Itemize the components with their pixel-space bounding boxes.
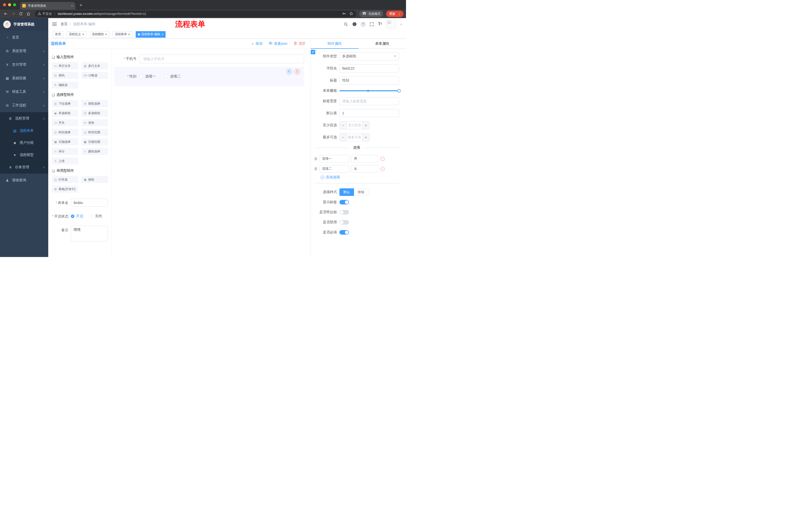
chrome-update-button[interactable]: 更新 ⋮ — [386, 10, 404, 17]
tab-form-props[interactable]: 表单属性 — [358, 39, 406, 49]
style-button-button[interactable]: 按钮 — [354, 188, 368, 196]
sidebar-item-process-model[interactable]: ➤ 流程模型 — [0, 149, 48, 161]
plus-button[interactable]: + — [362, 134, 369, 141]
option-name-input[interactable] — [320, 155, 349, 162]
sidebar-item-home[interactable]: ◔ 首页 — [0, 31, 48, 44]
option-value-input[interactable] — [351, 155, 378, 162]
show-label-toggle[interactable] — [340, 200, 349, 205]
field-gender-selected[interactable]: *性别 选项一 选项二 — [114, 67, 304, 86]
palette-item-date-range[interactable]: ▩日期范围 — [81, 138, 108, 145]
palette-item-row-container[interactable]: ◫行容器 — [52, 176, 78, 183]
component-type-value[interactable] — [340, 52, 399, 60]
palette-item-password[interactable]: ⊡密码 — [52, 72, 78, 79]
tag-process-model[interactable]: 流程模型 × — [90, 31, 110, 38]
home-icon[interactable] — [25, 10, 32, 17]
sidebar-item-system[interactable]: ⚙ 系统管理 ∨ — [0, 44, 48, 58]
hamburger-icon[interactable] — [52, 22, 57, 26]
sidebar-item-user-group[interactable]: ☻ 用户分组 — [0, 137, 48, 149]
help-icon[interactable]: ? — [361, 22, 365, 26]
radio-closed[interactable]: 关闭 — [90, 214, 102, 218]
required-toggle[interactable] — [340, 230, 349, 235]
palette-item-time-range[interactable]: ◶时间范围 — [81, 129, 108, 136]
palette-item-table[interactable]: ⊞表格[开发中] — [52, 186, 78, 193]
minus-button[interactable]: − — [340, 121, 347, 129]
reload-icon[interactable] — [18, 10, 24, 17]
default-value-input[interactable] — [340, 109, 399, 117]
palette-item-color-picker[interactable]: ◐颜色选择 — [81, 148, 108, 155]
grid-slider[interactable] — [340, 90, 399, 91]
min-select-placeholder[interactable]: 至少应选 — [347, 121, 362, 129]
palette-item-single-text[interactable]: ▭单行文本 — [52, 62, 78, 70]
sidebar-item-workflow[interactable]: ⧉ 工作流程 ∧ — [0, 99, 48, 112]
address-bar[interactable]: 不安全 dashboard.yudao.iocoder.cn/bpm/manag… — [35, 10, 356, 17]
tab-close-icon[interactable]: × — [71, 4, 73, 8]
palette-item-radio-group[interactable]: ◉单选框组 — [52, 110, 78, 117]
palette-item-slider[interactable]: ⊷滑块 — [81, 119, 108, 126]
palette-item-dropdown[interactable]: ◎下拉选择 — [52, 100, 78, 107]
palette-item-checkbox-group[interactable]: ☑多选框组 — [81, 110, 108, 117]
sidebar-item-task-mgmt[interactable]: ⋔ 任务管理 ∨ — [0, 161, 48, 173]
font-size-icon[interactable]: TT — [378, 22, 382, 26]
style-default-button[interactable]: 默认 — [340, 188, 354, 196]
avatar-caret-icon[interactable]: ∨ — [400, 23, 402, 26]
palette-item-upload[interactable]: ⇧上传 — [52, 157, 78, 164]
new-tab-button[interactable]: + — [77, 2, 84, 9]
search-icon[interactable] — [344, 22, 348, 26]
palette-item-switch[interactable]: ⊶开关 — [52, 119, 78, 126]
option-value-input[interactable] — [351, 165, 378, 172]
form-canvas[interactable]: *手机号 — [112, 49, 311, 257]
field-name-input[interactable] — [340, 64, 399, 73]
security-label[interactable]: 不安全 — [42, 12, 52, 16]
slider-handle[interactable] — [397, 89, 401, 92]
sidebar-item-process-mgmt[interactable]: ≣ 流程管理 ∧ — [0, 112, 48, 125]
title-input[interactable] — [340, 77, 399, 84]
github-icon[interactable] — [352, 22, 357, 26]
option-name-input[interactable] — [320, 165, 349, 172]
palette-item-editor[interactable]: ✎编辑器 — [52, 81, 78, 88]
tag-home[interactable]: 首页 — [53, 31, 63, 38]
form-name-input[interactable] — [71, 199, 108, 207]
disabled-toggle[interactable] — [340, 220, 349, 224]
bookmark-star-icon[interactable] — [349, 11, 353, 16]
sidebar-item-leave-query[interactable]: ♟ 请假查询 — [0, 173, 48, 187]
palette-item-multi-text[interactable]: ▤多行文本 — [81, 62, 108, 70]
remove-option-icon[interactable]: − — [380, 157, 385, 161]
sidebar-item-process-form[interactable]: ▤ 流程表单 — [0, 125, 48, 137]
avatar[interactable] — [386, 19, 396, 29]
palette-item-rate[interactable]: ☆评分 — [52, 148, 78, 155]
breadcrumb-home[interactable]: 首页 — [61, 22, 67, 26]
phone-input[interactable] — [140, 54, 304, 63]
close-icon[interactable]: × — [128, 33, 130, 36]
field-phone[interactable]: *手机号 — [114, 54, 304, 63]
back-icon[interactable] — [2, 10, 9, 17]
label-width-input[interactable] — [340, 97, 399, 105]
palette-item-cascader[interactable]: ⋔级联选择 — [81, 100, 108, 107]
browser-tab[interactable]: 芋道管理系统 × — [20, 2, 76, 9]
close-icon[interactable]: × — [162, 33, 164, 36]
close-icon[interactable]: × — [105, 33, 107, 36]
view-json-button[interactable]: 查看json — [268, 41, 287, 46]
minimize-window-button[interactable] — [8, 3, 11, 6]
drag-handle-icon[interactable]: ☰ — [314, 157, 317, 161]
copy-widget-button[interactable] — [286, 69, 292, 75]
tag-process-definition[interactable]: 流程定义 × — [66, 31, 86, 38]
palette-item-button[interactable]: ▣按钮 — [81, 176, 108, 183]
link-icon[interactable] — [311, 50, 315, 54]
max-select-placeholder[interactable]: 最多可选 — [347, 134, 362, 141]
checkbox-option-2[interactable]: 选项二 — [164, 74, 181, 79]
forward-icon[interactable] — [10, 10, 17, 17]
fullscreen-icon[interactable] — [370, 22, 374, 26]
drag-handle-icon[interactable]: ☰ — [314, 167, 317, 171]
save-button[interactable]: ✓ 保存 — [252, 42, 263, 46]
tab-component-props[interactable]: 组件属性 — [311, 39, 358, 49]
radio-open[interactable]: 开启 — [71, 214, 83, 218]
remark-textarea[interactable]: 嘿嘿 — [71, 226, 108, 241]
remove-option-icon[interactable]: − — [380, 167, 385, 171]
clear-button[interactable]: 清空 — [293, 42, 306, 46]
sidebar-item-devtools[interactable]: ⚒ 研发工具 ∨ — [0, 85, 48, 99]
component-type-select[interactable] — [340, 52, 399, 60]
tag-process-form[interactable]: 流程表单 × — [113, 31, 133, 38]
sidebar-item-infra[interactable]: ▦ 基础设施 ∨ — [0, 72, 48, 85]
palette-item-date-picker[interactable]: ▦日期选择 — [52, 138, 78, 145]
close-window-button[interactable] — [3, 3, 6, 6]
